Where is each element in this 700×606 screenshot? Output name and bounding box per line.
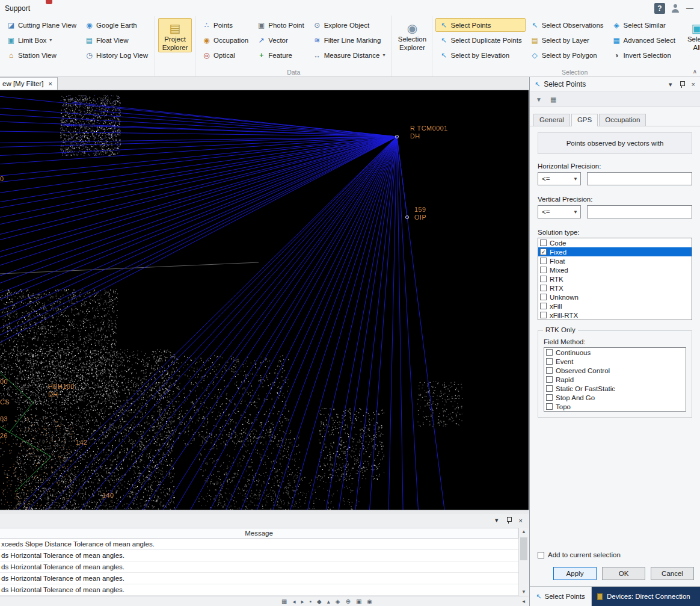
- checkbox-icon[interactable]: [538, 552, 544, 558]
- checkbox-icon[interactable]: [546, 376, 553, 383]
- status-toolbar-icon[interactable]: ◂: [292, 598, 295, 605]
- message-column-header[interactable]: Message: [0, 528, 518, 539]
- occupation-button[interactable]: ◉Occupation: [198, 33, 252, 47]
- select-by-layer-button[interactable]: ▤Select by Layer: [527, 33, 607, 47]
- status-toolbar-icon[interactable]: ▦: [281, 598, 287, 605]
- project-explorer-button[interactable]: ▤ Project Explorer: [158, 18, 192, 52]
- solution-type-rtx[interactable]: RTX: [538, 283, 692, 292]
- float-view-button[interactable]: ▤Float View: [81, 33, 152, 47]
- close-tab-icon[interactable]: ×: [48, 80, 52, 87]
- checkbox-icon[interactable]: [546, 394, 553, 401]
- close-panel-icon[interactable]: ×: [692, 81, 695, 88]
- close-panel-icon[interactable]: ×: [519, 517, 523, 524]
- checkbox-icon[interactable]: [540, 267, 547, 273]
- cancel-button[interactable]: Cancel: [651, 567, 694, 580]
- message-vertical-scrollbar[interactable]: ▲ ▼: [518, 528, 529, 596]
- account-button[interactable]: [670, 3, 681, 14]
- pin-icon[interactable]: [679, 81, 685, 88]
- field-method-static[interactable]: Static Or FastStatic: [544, 384, 686, 393]
- checkbox-icon[interactable]: [540, 303, 547, 309]
- checkbox-icon[interactable]: [546, 367, 553, 374]
- help-button[interactable]: ?: [654, 3, 665, 14]
- measure-distance-button[interactable]: ↔Measure Distance▾: [309, 48, 389, 62]
- message-row[interactable]: ds Horizontal Tolerance of mean angles.: [0, 550, 518, 561]
- horizontal-splitter[interactable]: [0, 510, 529, 514]
- cutting-plane-view-button[interactable]: ◪Cutting Plane View: [3, 18, 80, 32]
- chevron-down-icon[interactable]: ▾: [495, 516, 499, 524]
- select-by-polygon-button[interactable]: ◇Select by Polygon: [527, 48, 607, 62]
- history-log-view-button[interactable]: ◷History Log View: [81, 48, 152, 62]
- field-method-event[interactable]: Event: [544, 357, 686, 366]
- checkbox-icon[interactable]: [546, 385, 553, 392]
- scroll-up-icon[interactable]: ▲: [521, 529, 526, 534]
- select-observations-button[interactable]: ↖Select Observations: [527, 18, 607, 32]
- select-all-button[interactable]: ▣ Select All: [680, 18, 700, 62]
- status-toolbar-icon[interactable]: ▪: [310, 598, 312, 605]
- solution-type-xfill-rtx[interactable]: xFill-RTX: [538, 311, 692, 320]
- vertical-precision-operator[interactable]: <=▼: [538, 205, 581, 218]
- ok-button[interactable]: OK: [602, 567, 645, 580]
- solution-type-code[interactable]: Code: [538, 238, 692, 247]
- field-method-stop-and-go[interactable]: Stop And Go: [544, 393, 686, 402]
- select-by-elevation-button[interactable]: ↖Select by Elevation: [435, 48, 525, 62]
- devices-status[interactable]: Devices: Direct Connection: [592, 587, 700, 606]
- photo-point-button[interactable]: ▣Photo Point: [253, 18, 307, 32]
- horizontal-precision-input[interactable]: [587, 172, 692, 185]
- solution-type-fixed[interactable]: Fixed: [538, 247, 692, 256]
- optical-button[interactable]: ◎Optical: [198, 48, 252, 62]
- select-duplicate-points-button[interactable]: ↖Select Duplicate Points: [435, 33, 525, 47]
- message-row[interactable]: ds Horizontal Tolerance of mean angles.: [0, 584, 518, 596]
- scroll-down-icon[interactable]: ▼: [521, 589, 526, 595]
- pane-tab-select-points[interactable]: ↖ Select Points: [530, 587, 592, 606]
- google-earth-button[interactable]: ◉Google Earth: [81, 18, 152, 32]
- message-row[interactable]: xceeds Slope Distance Tolerance of mean …: [0, 539, 518, 550]
- add-to-current-selection[interactable]: Add to current selection: [538, 551, 621, 558]
- checkbox-icon[interactable]: [540, 258, 547, 264]
- checkbox-icon[interactable]: [540, 294, 547, 300]
- horizontal-precision-operator[interactable]: <=▼: [538, 172, 581, 185]
- status-toolbar-icon[interactable]: ◆: [317, 598, 322, 605]
- scrollbar-thumb[interactable]: [520, 537, 527, 560]
- station-view-button[interactable]: ⌂Station View: [3, 48, 80, 62]
- filter-line-marking-button[interactable]: ≋Filter Line Marking: [309, 33, 389, 47]
- solution-type-mixed[interactable]: Mixed: [538, 265, 692, 274]
- status-toolbar-icon[interactable]: ◉: [367, 598, 372, 605]
- view-tab-my-filter[interactable]: ew [My Filter] ×: [0, 77, 58, 90]
- pin-icon[interactable]: [506, 516, 512, 524]
- checkbox-icon[interactable]: [540, 240, 547, 246]
- checkbox-icon[interactable]: [546, 358, 553, 365]
- message-row[interactable]: ds Horizontal Tolerance of mean angles.: [0, 561, 518, 573]
- vertical-precision-input[interactable]: [587, 205, 692, 218]
- checkbox-icon[interactable]: [540, 276, 547, 282]
- vector-button[interactable]: ↗Vector: [253, 33, 307, 47]
- field-method-continuous[interactable]: Continuous: [544, 348, 686, 357]
- plan-view-viewport[interactable]: R TCM0001DH 159OIP HBH100DH 142 140 0 00…: [0, 90, 529, 510]
- ribbon-tab-support[interactable]: Support: [5, 4, 30, 13]
- status-toolbar-icon[interactable]: ▴: [327, 598, 330, 605]
- field-method-topo[interactable]: Topo: [544, 402, 686, 411]
- status-toolbar-icon[interactable]: ⊕: [346, 598, 351, 605]
- tab-general[interactable]: General: [533, 114, 570, 126]
- checkbox-checked-icon[interactable]: [540, 249, 547, 255]
- field-method-rapid[interactable]: Rapid: [544, 375, 686, 384]
- field-method-observed-control[interactable]: Observed Control: [544, 366, 686, 375]
- selection-explorer-button[interactable]: ◉ Selection Explorer: [395, 18, 429, 52]
- chevron-down-icon[interactable]: ▾: [669, 81, 672, 88]
- limit-box-button[interactable]: ▣Limit Box▾: [3, 33, 80, 47]
- status-toolbar-icon[interactable]: ◈: [336, 598, 340, 605]
- advanced-select-button[interactable]: ▦Advanced Select: [609, 33, 679, 47]
- invert-selection-button[interactable]: ◑Invert Selection: [609, 48, 679, 62]
- select-points-button[interactable]: ↖Select Points: [435, 18, 525, 32]
- solution-type-unknown[interactable]: Unknown: [538, 292, 692, 301]
- points-button[interactable]: ∴Points: [198, 18, 252, 32]
- checkbox-icon[interactable]: [540, 312, 547, 318]
- options-grid-icon[interactable]: ▦: [550, 96, 556, 104]
- apply-button[interactable]: Apply: [553, 567, 597, 580]
- scroll-left-icon[interactable]: ◂: [522, 598, 525, 604]
- solution-type-xfill[interactable]: xFill: [538, 301, 692, 311]
- status-toolbar-icon[interactable]: ▸: [301, 598, 304, 605]
- select-similar-button[interactable]: ◈Select Similar: [609, 18, 679, 32]
- checkbox-icon[interactable]: [540, 285, 547, 291]
- feature-button[interactable]: +Feature: [253, 48, 307, 62]
- minimize-ribbon-button[interactable]: —: [684, 3, 695, 14]
